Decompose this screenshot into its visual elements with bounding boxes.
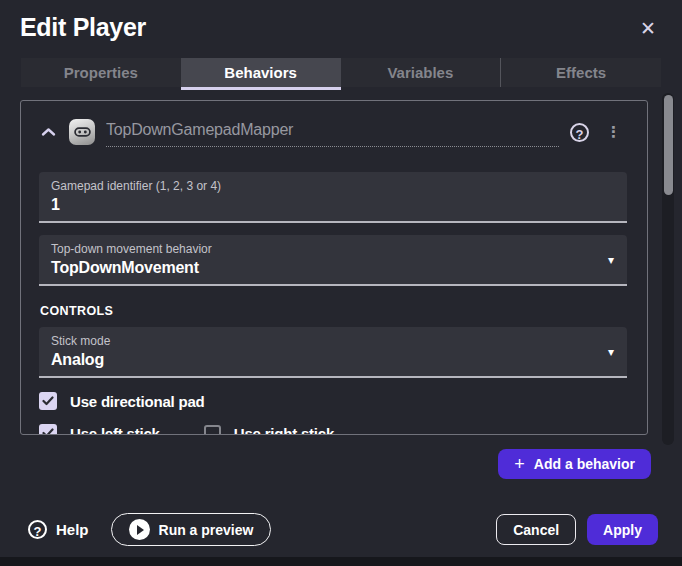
checkbox-checked-icon	[39, 392, 57, 410]
collapse-chevron-up-icon[interactable]	[39, 125, 58, 139]
tab-variables[interactable]: Variables	[341, 58, 501, 87]
stick-mode-select[interactable]: Stick mode Analog ▾	[39, 327, 627, 378]
movement-behavior-label: Top-down movement behavior	[51, 242, 613, 256]
cancel-button[interactable]: Cancel	[496, 514, 576, 545]
chevron-down-icon[interactable]: ▾	[608, 254, 614, 266]
stick-mode-label: Stick mode	[51, 334, 613, 348]
movement-behavior-select[interactable]: Top-down movement behavior TopDownMoveme…	[39, 235, 627, 286]
stick-mode-value: Analog	[51, 351, 613, 369]
behavior-header: TopDownGamepadMapper ? ⋮	[39, 115, 627, 149]
checkbox-unchecked-icon	[204, 425, 221, 436]
chevron-down-icon[interactable]: ▾	[608, 346, 614, 358]
checkbox-label: Use directional pad	[70, 393, 205, 410]
apply-button[interactable]: Apply	[587, 514, 658, 545]
gamepad-identifier-label: Gamepad identifier (1, 2, 3 or 4)	[51, 179, 613, 193]
help-label: Help	[56, 521, 89, 538]
play-icon	[129, 519, 150, 540]
add-behavior-button[interactable]: + Add a behavior	[498, 449, 651, 479]
checkbox-row-2: Use left stick Use right stick	[39, 424, 627, 435]
movement-behavior-value: TopDownMovement	[51, 259, 613, 277]
add-behavior-row: + Add a behavior	[0, 449, 651, 479]
use-directional-pad-checkbox[interactable]: Use directional pad	[39, 392, 205, 410]
tab-properties[interactable]: Properties	[21, 58, 181, 87]
run-preview-button[interactable]: Run a preview	[111, 513, 272, 546]
help-icon: ?	[28, 520, 47, 539]
checkbox-label: Use right stick	[234, 425, 334, 436]
tab-bar: Properties Behaviors Variables Effects	[21, 58, 661, 87]
scrollbar-track[interactable]	[662, 93, 674, 445]
checkbox-label: Use left stick	[70, 425, 160, 436]
scrollbar-thumb[interactable]	[664, 95, 673, 195]
gamepad-identifier-field[interactable]: Gamepad identifier (1, 2, 3 or 4) 1	[39, 172, 627, 223]
behavior-help-icon[interactable]: ?	[570, 123, 589, 142]
plus-icon: +	[514, 455, 525, 473]
add-behavior-label: Add a behavior	[534, 456, 635, 472]
close-icon[interactable]: ✕	[636, 13, 660, 44]
checkbox-row-1: Use directional pad	[39, 392, 627, 410]
edit-player-dialog: Edit Player ✕ Properties Behaviors Varia…	[0, 0, 682, 557]
tab-behaviors[interactable]: Behaviors	[181, 58, 341, 87]
behaviors-content: TopDownGamepadMapper ? ⋮ Gamepad identif…	[20, 100, 662, 435]
behavior-name-input[interactable]: TopDownGamepadMapper	[106, 121, 559, 147]
use-left-stick-checkbox[interactable]: Use left stick	[39, 424, 160, 435]
dialog-footer: ? Help Run a preview Cancel Apply	[28, 513, 658, 546]
controls-section-title: CONTROLS	[40, 304, 627, 318]
behaviors-panel: TopDownGamepadMapper ? ⋮ Gamepad identif…	[20, 100, 648, 435]
help-button[interactable]: ? Help	[28, 520, 89, 539]
gamepad-identifier-value: 1	[51, 196, 613, 214]
gamepad-icon	[69, 119, 95, 145]
tab-effects[interactable]: Effects	[500, 58, 661, 87]
dialog-header: Edit Player ✕	[0, 0, 682, 58]
run-preview-label: Run a preview	[159, 522, 254, 538]
dialog-title: Edit Player	[20, 13, 146, 42]
use-right-stick-checkbox[interactable]: Use right stick	[204, 425, 334, 436]
checkbox-checked-icon	[39, 424, 57, 435]
behavior-menu-kebab-icon[interactable]: ⋮	[600, 123, 627, 142]
